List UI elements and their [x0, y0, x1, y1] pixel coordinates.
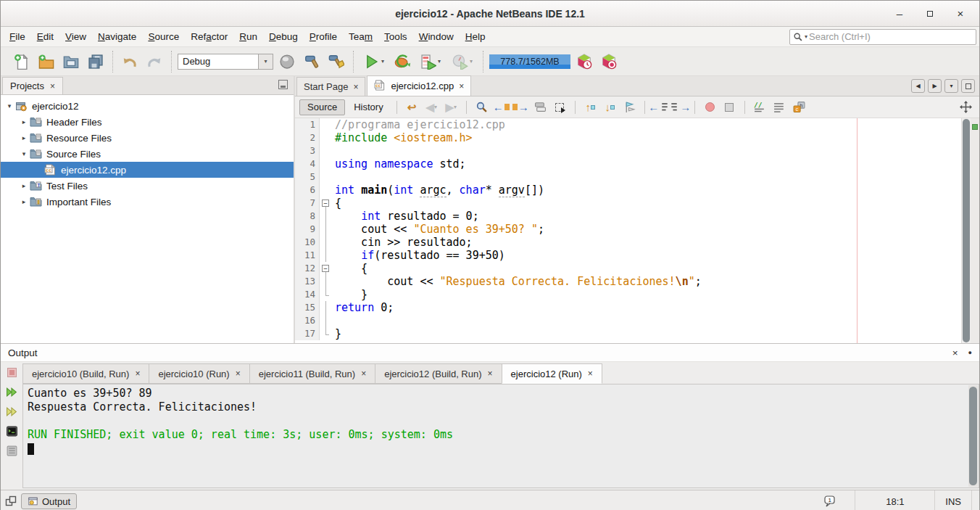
maximize-button[interactable]	[924, 8, 936, 20]
find-prev-button[interactable]: ←	[492, 99, 510, 116]
tree-item-ejercicio12[interactable]: ▾ejercicio12	[1, 98, 294, 114]
line-number[interactable]: 4	[295, 157, 320, 170]
code-editor[interactable]: 1//programa ejercicio12.cpp2#include <io…	[295, 118, 979, 343]
line-number[interactable]: 13	[295, 275, 320, 288]
io-settings-button[interactable]	[4, 443, 19, 458]
profile-clock-button[interactable]	[573, 51, 595, 73]
close-icon[interactable]: ×	[236, 369, 241, 379]
line-number[interactable]: 5	[295, 170, 320, 184]
menu-view[interactable]: View	[59, 28, 92, 45]
error-stripe[interactable]	[971, 118, 979, 343]
line-number[interactable]: 16	[295, 314, 320, 327]
output-tab-ejercicio12-run-[interactable]: ejercicio12 (Run)×	[502, 363, 602, 384]
rerun-button[interactable]	[4, 384, 19, 399]
expand-arrow-icon[interactable]: ▸	[20, 198, 28, 205]
close-icon[interactable]: ×	[353, 82, 358, 92]
maximize-editor-button[interactable]	[961, 79, 975, 93]
line-number[interactable]: 2	[295, 131, 320, 144]
source-view-button[interactable]: Source	[299, 99, 345, 115]
output-scrollbar[interactable]	[968, 385, 978, 487]
editor-scrollbar-thumb[interactable]	[963, 119, 970, 342]
line-number[interactable]: 12	[295, 262, 320, 275]
output-tab-ejercicio12-build-run-[interactable]: ejercicio12 (Build, Run)×	[375, 363, 501, 384]
terminal-button[interactable]	[4, 424, 19, 438]
search-dropdown-icon[interactable]: ▾	[805, 34, 807, 40]
editor-scrollbar[interactable]	[961, 118, 971, 343]
memory-indicator-button[interactable]: 778.7/1562MB	[489, 54, 570, 69]
close-icon[interactable]: ×	[135, 369, 140, 379]
close-icon[interactable]: ×	[361, 369, 366, 379]
collapse-arrow-icon[interactable]: ▾	[5, 102, 14, 110]
tree-item-ejercicio12-cpp[interactable]: ccejercicio12.cpp	[1, 162, 294, 178]
fold-column[interactable]: −	[320, 197, 332, 210]
line-number[interactable]: 8	[295, 210, 320, 223]
quick-search[interactable]: ▾	[789, 29, 976, 45]
scroll-tabs-left-button[interactable]: ◀	[911, 79, 925, 93]
menu-window[interactable]: Window	[413, 28, 460, 45]
close-button[interactable]: ×	[955, 8, 966, 20]
menu-profile[interactable]: Profile	[304, 28, 343, 45]
rerun-alt-button[interactable]	[4, 404, 19, 419]
line-number[interactable]: 10	[295, 236, 320, 249]
search-input[interactable]	[809, 31, 973, 42]
build-button[interactable]	[301, 51, 323, 73]
chevron-down-icon[interactable]: ▾	[470, 59, 473, 65]
minimize-panel-button[interactable]	[278, 80, 288, 89]
uncomment-button[interactable]	[771, 99, 789, 116]
close-icon[interactable]: ×	[488, 369, 493, 379]
expand-arrow-icon[interactable]: ▸	[20, 182, 28, 189]
chevron-down-icon[interactable]: ▾	[381, 59, 384, 65]
output-window-toggle-button[interactable]: Output	[21, 493, 77, 509]
shift-right-button[interactable]: →	[670, 99, 689, 116]
output-tab-ejercicio10-run-[interactable]: ejercicio10 (Run)×	[149, 363, 249, 384]
run-button[interactable]: ▾	[360, 51, 389, 73]
close-icon[interactable]: ×	[588, 369, 593, 379]
line-number[interactable]: 7	[295, 197, 320, 210]
menu-run[interactable]: Run	[233, 28, 263, 45]
menu-debug[interactable]: Debug	[263, 28, 304, 45]
bookmark-toggle-button[interactable]	[620, 99, 639, 116]
menu-edit[interactable]: Edit	[31, 28, 59, 45]
open-project-button[interactable]	[60, 51, 82, 73]
menu-source[interactable]: Source	[142, 28, 185, 45]
profile-button[interactable]: ▾	[448, 51, 477, 73]
tab-projects[interactable]: Projects ×	[2, 77, 63, 94]
last-edit-button[interactable]: ↩	[403, 99, 421, 116]
line-number[interactable]: 1	[295, 118, 320, 131]
sphere-button[interactable]	[276, 51, 298, 73]
new-project-button[interactable]	[36, 51, 57, 73]
line-number[interactable]: 11	[295, 249, 320, 262]
scroll-tabs-right-button[interactable]: ▶	[928, 79, 942, 93]
restore-window-group-icon[interactable]	[5, 495, 17, 507]
macro-record-button[interactable]	[701, 99, 719, 116]
find-button[interactable]	[473, 99, 491, 116]
forward-button[interactable]: ▶▾	[442, 99, 460, 116]
chevron-down-icon[interactable]: ▾	[438, 59, 441, 65]
collapse-arrow-icon[interactable]: ▾	[20, 150, 28, 157]
profile-stop-button[interactable]	[598, 51, 620, 73]
clean-build-button[interactable]	[325, 51, 347, 73]
tab-list-button[interactable]: ▾	[944, 79, 958, 93]
history-view-button[interactable]: History	[346, 99, 390, 115]
minimize-button[interactable]: –	[894, 8, 905, 20]
close-output-icon[interactable]: ×	[952, 347, 958, 358]
tree-item-important-files[interactable]: ▸Important Files	[1, 194, 294, 210]
close-icon[interactable]: ×	[50, 81, 55, 91]
bookmark-next-button[interactable]: ↓	[601, 99, 619, 116]
menu-file[interactable]: File	[4, 28, 31, 45]
float-output-icon[interactable]: ●	[968, 349, 972, 356]
header-source-button[interactable]: hc	[790, 99, 808, 116]
tree-item-header-files[interactable]: ▸Header Files	[1, 114, 294, 130]
back-button[interactable]: ◀▾	[423, 99, 441, 116]
notifications-button[interactable]: 1	[823, 495, 837, 508]
comment-button[interactable]: //	[751, 99, 769, 116]
bookmark-prev-button[interactable]: ↑	[581, 99, 599, 116]
expand-arrow-icon[interactable]: ▸	[20, 118, 28, 126]
find-next-button[interactable]: →	[512, 99, 530, 116]
split-document-button[interactable]	[957, 99, 975, 116]
menu-tools[interactable]: Tools	[378, 28, 413, 45]
chevron-down-icon[interactable]: ▾	[258, 54, 273, 69]
rect-select-button[interactable]	[551, 99, 569, 116]
undo-button[interactable]	[119, 51, 141, 73]
fold-column[interactable]: −	[320, 262, 332, 275]
